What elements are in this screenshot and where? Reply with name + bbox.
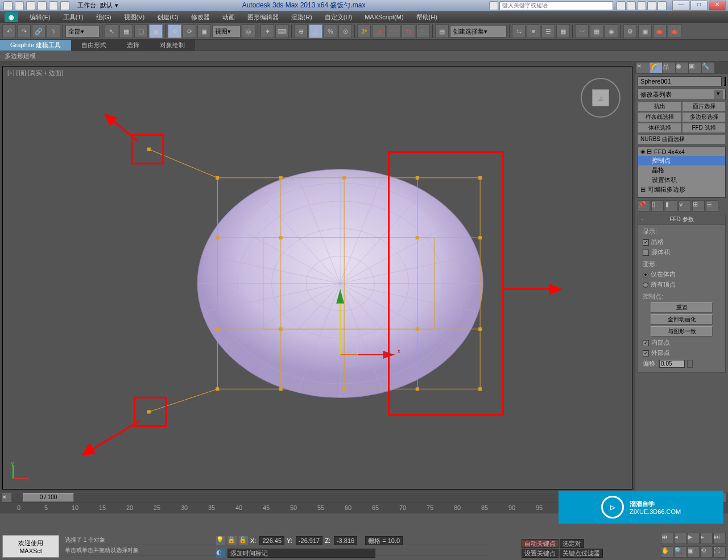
- curve-editor-icon[interactable]: 〰: [575, 24, 589, 38]
- configure-icon[interactable]: ⊞: [692, 200, 705, 211]
- stack-ffd[interactable]: ◈ ⊟ FFD 4x4x4: [638, 147, 725, 156]
- tab-modify-icon[interactable]: 🌈: [650, 63, 662, 73]
- redo-icon[interactable]: ↷: [17, 24, 31, 38]
- qat-open-icon[interactable]: [15, 1, 24, 10]
- chk-outside[interactable]: ✓外部点: [643, 349, 721, 357]
- qat-link-icon[interactable]: [60, 1, 69, 10]
- material-icon[interactable]: ◉: [605, 24, 618, 38]
- tab-motion-icon[interactable]: ◉: [676, 63, 688, 73]
- lock2-icon[interactable]: 🔒: [228, 536, 237, 545]
- key-filter-button[interactable]: 关键点过滤器: [560, 549, 603, 558]
- ref-coord-dropdown[interactable]: 视图 ▾: [212, 25, 241, 38]
- scale-icon[interactable]: ▣: [197, 24, 211, 38]
- render-icon[interactable]: 🫖: [653, 24, 667, 38]
- snap-toggle-icon[interactable]: ⊿: [372, 24, 386, 38]
- search-input[interactable]: [499, 1, 613, 10]
- set-btn-2[interactable]: 样条线选择: [638, 112, 681, 122]
- menu-maxscript[interactable]: MAXScript(M): [359, 13, 409, 22]
- remove-mod-icon[interactable]: ⅴ: [679, 200, 691, 211]
- menu-graph-editors[interactable]: 图形编辑器: [242, 12, 284, 23]
- select-region-icon[interactable]: ▢: [134, 24, 148, 38]
- radio-in-volume[interactable]: 仅在体内: [643, 270, 721, 279]
- tab-utilities-icon[interactable]: 🔧: [702, 63, 714, 73]
- set-key-button[interactable]: 设置关键点: [522, 549, 559, 558]
- link-icon[interactable]: 🔗: [32, 24, 46, 38]
- named-selection-dropdown[interactable]: 创建选择集 ▾: [450, 25, 507, 38]
- lock-icon[interactable]: 💡: [216, 536, 225, 545]
- ribbon-icon[interactable]: ▦: [556, 24, 570, 38]
- orbit-icon[interactable]: ⟲: [700, 546, 713, 558]
- show-end-icon[interactable]: ▯: [651, 200, 664, 211]
- menu-animation[interactable]: 动画: [217, 12, 241, 23]
- unlink-icon[interactable]: ⑊: [47, 24, 60, 38]
- schematic-icon[interactable]: ▦: [590, 24, 603, 38]
- goto-end-icon[interactable]: ⏭: [713, 533, 726, 544]
- object-name-input[interactable]: [638, 76, 722, 86]
- selection-filter-dropdown[interactable]: 全部 ▾: [65, 25, 100, 38]
- lock3-icon[interactable]: 🔓: [239, 536, 248, 545]
- qat-save-icon[interactable]: [26, 1, 35, 10]
- add-time-tag[interactable]: 添加时间标记: [228, 549, 375, 558]
- chk-lattice[interactable]: ✓晶格: [643, 238, 721, 246]
- modifier-list-dropdown[interactable]: 修改器列表 ▾: [638, 89, 726, 100]
- menu-help[interactable]: 帮助(H): [411, 12, 443, 23]
- mirror-icon[interactable]: ⇋: [512, 24, 526, 38]
- zoom-icon[interactable]: 🔍: [674, 546, 686, 558]
- set-btn-1[interactable]: 面片选择: [682, 101, 726, 111]
- undo-icon[interactable]: ↶: [2, 24, 16, 38]
- stack-set-volume[interactable]: 设置体积: [638, 175, 725, 185]
- set-btn-5[interactable]: FFD 选择: [682, 123, 726, 133]
- tab-graphite[interactable]: Graphite 建模工具: [0, 40, 71, 51]
- pin-stack-icon[interactable]: 📌: [638, 200, 650, 211]
- time-tag-icon[interactable]: ◐: [216, 549, 225, 558]
- z-coord[interactable]: -3.816: [334, 536, 357, 545]
- spinner-snap-icon[interactable]: ⊙: [338, 24, 352, 38]
- set-btn-4[interactable]: 体积选择: [638, 123, 681, 133]
- y-coord[interactable]: -26.917: [296, 536, 322, 545]
- render-setup-icon[interactable]: ⚙: [623, 24, 637, 38]
- align-icon[interactable]: ≡: [527, 24, 540, 38]
- reset-button[interactable]: 重置: [651, 302, 713, 313]
- angle-snap-icon[interactable]: ∠: [309, 24, 322, 38]
- help-icon[interactable]: [657, 1, 667, 10]
- edit-selection-icon[interactable]: 3ᵃ: [357, 24, 371, 38]
- qat-new-icon[interactable]: [3, 1, 13, 10]
- manipulate-icon[interactable]: ✦: [260, 24, 274, 38]
- tab-object-paint[interactable]: 对象绘制: [150, 40, 195, 51]
- play-icon[interactable]: ▶: [687, 533, 700, 544]
- app-menu-icon[interactable]: ◉: [5, 12, 18, 22]
- zoom-extents-icon[interactable]: ▣: [687, 546, 700, 558]
- favorites-icon[interactable]: [647, 1, 656, 10]
- prev-frame-icon[interactable]: ◂: [674, 533, 686, 544]
- minimize-button[interactable]: —: [672, 1, 689, 11]
- tab-freeform[interactable]: 自由形式: [71, 40, 117, 51]
- next-frame-icon[interactable]: ▸: [700, 533, 713, 544]
- menu-edit[interactable]: 编辑(E): [24, 12, 56, 23]
- maximize-viewport-icon[interactable]: ⛶: [713, 546, 726, 558]
- nurbs-surface-select[interactable]: NURBS 曲面选择: [638, 134, 726, 144]
- pan-icon[interactable]: ✋: [661, 546, 673, 558]
- tab-selection[interactable]: 选择: [117, 40, 150, 51]
- snap-spin-icon[interactable]: ⊡: [416, 24, 430, 38]
- move-icon[interactable]: ✥: [168, 24, 181, 38]
- polygon-modeling-label[interactable]: 多边形建模: [5, 52, 36, 60]
- select-icon[interactable]: ↖: [105, 24, 118, 38]
- time-slider-left-icon[interactable]: ◂: [2, 493, 11, 502]
- menu-group[interactable]: 组(G): [90, 12, 117, 23]
- qat-redo-icon[interactable]: [49, 1, 58, 10]
- tab-display-icon[interactable]: ▣: [689, 63, 701, 73]
- spinner-arrows-icon[interactable]: [687, 360, 693, 368]
- rollout-header[interactable]: FFD 参数: [638, 214, 725, 225]
- select-name-icon[interactable]: ▦: [119, 24, 133, 38]
- snap-angle-icon[interactable]: ◠: [387, 24, 400, 38]
- percent-snap-icon[interactable]: %: [324, 24, 337, 38]
- snap-icon[interactable]: ⊕: [294, 24, 308, 38]
- menu-view[interactable]: 视图(V): [118, 12, 151, 23]
- modifier-stack[interactable]: ◈ ⊟ FFD 4x4x4 控制点 晶格 设置体积 ⊞ 可编辑多边形: [638, 147, 726, 198]
- radio-all-verts[interactable]: 所有顶点: [643, 280, 721, 289]
- keyboard-shortcut-icon[interactable]: ⌨: [275, 24, 289, 38]
- menu-tools[interactable]: 工具(T): [57, 12, 89, 23]
- goto-start-icon[interactable]: ⏮: [661, 533, 673, 544]
- menu-customize[interactable]: 自定义(U): [319, 12, 358, 23]
- render-frame-icon[interactable]: ▣: [638, 24, 652, 38]
